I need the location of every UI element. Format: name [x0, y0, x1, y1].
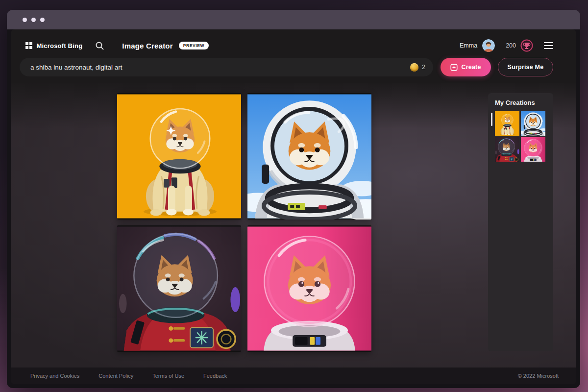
boost-count: 2: [422, 64, 425, 71]
nav-row: Microsoft Bing Image Creator PREVIEW Emm…: [25, 38, 553, 53]
avatar[interactable]: [482, 39, 495, 52]
search-icon[interactable]: [95, 41, 104, 50]
prompt-box[interactable]: 2: [20, 58, 433, 76]
nav-right: Emma 200: [460, 39, 553, 52]
user-name: Emma: [460, 42, 477, 49]
creations-thumb-grid: [495, 111, 553, 162]
footer-link-privacy[interactable]: Privacy and Cookies: [30, 373, 79, 379]
browser-content: Microsoft Bing Image Creator PREVIEW Emm…: [11, 29, 576, 384]
window-control-dot[interactable]: [40, 18, 45, 22]
window-control-dot[interactable]: [23, 18, 27, 22]
create-sparkle-icon: [450, 64, 458, 71]
generated-image-1[interactable]: [117, 93, 241, 220]
brand-text[interactable]: Microsoft Bing: [37, 42, 83, 49]
generated-image-2[interactable]: [247, 93, 371, 220]
footer-link-content-policy[interactable]: Content Policy: [98, 373, 133, 379]
titlebar: [7, 10, 580, 29]
creation-thumb-1[interactable]: [495, 111, 519, 136]
hamburger-menu-icon[interactable]: [544, 42, 553, 49]
prompt-input[interactable]: [30, 64, 410, 71]
main-content: My Creations: [11, 83, 576, 368]
page-title: Image Creator: [122, 42, 172, 50]
my-creations-title: My Creations: [495, 99, 553, 106]
rewards-trophy-icon[interactable]: [520, 39, 533, 52]
footer: Privacy and Cookies Content Policy Terms…: [11, 368, 576, 384]
boost-badge: 2: [410, 63, 425, 72]
microsoft-logo-icon[interactable]: [25, 42, 32, 49]
create-button[interactable]: Create: [441, 58, 491, 76]
coin-icon: [410, 63, 418, 72]
creation-thumb-3[interactable]: [495, 137, 519, 162]
footer-link-terms[interactable]: Terms of Use: [152, 373, 184, 379]
results-grid: [117, 93, 371, 352]
surprise-me-button[interactable]: Surprise Me: [498, 58, 553, 76]
my-creations-panel: My Creations: [488, 93, 553, 351]
credits-count: 200: [506, 42, 516, 49]
generated-image-4[interactable]: [247, 225, 371, 352]
creation-thumb-2[interactable]: [521, 111, 545, 136]
footer-link-feedback[interactable]: Feedback: [203, 373, 227, 379]
browser-window: Microsoft Bing Image Creator PREVIEW Emm…: [7, 10, 580, 388]
generated-image-3[interactable]: [117, 225, 241, 352]
window-control-dot[interactable]: [31, 18, 36, 22]
creations-scrollbar[interactable]: [491, 113, 492, 126]
prompt-row: 2 Create Surprise Me: [20, 58, 553, 76]
copyright-text: © 2022 Microsoft: [518, 373, 559, 379]
topbar: Microsoft Bing Image Creator PREVIEW Emm…: [11, 29, 576, 83]
preview-badge: PREVIEW: [179, 42, 209, 49]
creation-thumb-4[interactable]: [521, 137, 545, 162]
